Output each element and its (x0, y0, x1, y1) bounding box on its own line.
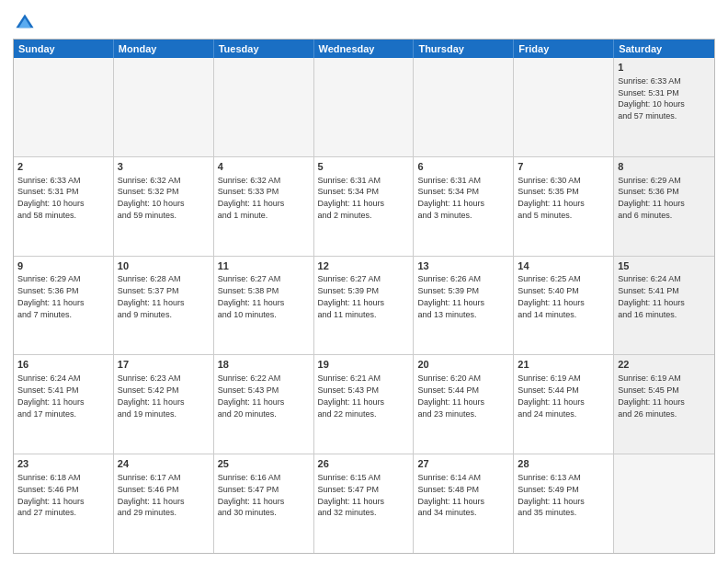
cell-info: Sunrise: 6:13 AM Sunset: 5:49 PM Dayligh… (518, 473, 585, 517)
cell-info: Sunrise: 6:33 AM Sunset: 5:31 PM Dayligh… (618, 76, 685, 121)
calendar-cell-25: 25Sunrise: 6:16 AM Sunset: 5:47 PM Dayli… (214, 454, 314, 553)
cell-info: Sunrise: 6:33 AM Sunset: 5:31 PM Dayligh… (17, 176, 85, 220)
calendar-cell-15: 15Sunrise: 6:24 AM Sunset: 5:41 PM Dayli… (614, 257, 714, 355)
cell-info: Sunrise: 6:19 AM Sunset: 5:44 PM Dayligh… (518, 373, 585, 418)
day-number: 8 (618, 160, 711, 174)
header-day-wednesday: Wednesday (314, 40, 415, 58)
calendar-row-2: 9Sunrise: 6:29 AM Sunset: 5:36 PM Daylig… (14, 257, 714, 356)
day-number: 18 (218, 358, 310, 372)
calendar-body: 1Sunrise: 6:33 AM Sunset: 5:31 PM Daylig… (14, 58, 714, 553)
calendar-cell-14: 14Sunrise: 6:25 AM Sunset: 5:40 PM Dayli… (514, 257, 614, 355)
calendar-cell-16: 16Sunrise: 6:24 AM Sunset: 5:41 PM Dayli… (14, 355, 114, 454)
day-number: 3 (118, 160, 210, 174)
cell-info: Sunrise: 6:28 AM Sunset: 5:37 PM Dayligh… (118, 274, 185, 318)
cell-info: Sunrise: 6:27 AM Sunset: 5:38 PM Dayligh… (218, 274, 285, 318)
day-number: 19 (318, 358, 410, 372)
cell-info: Sunrise: 6:27 AM Sunset: 5:39 PM Dayligh… (318, 274, 385, 318)
calendar-cell-17: 17Sunrise: 6:23 AM Sunset: 5:42 PM Dayli… (114, 355, 214, 454)
day-number: 22 (618, 358, 711, 372)
calendar-cell-2: 2Sunrise: 6:33 AM Sunset: 5:31 PM Daylig… (14, 157, 114, 256)
day-number: 12 (318, 259, 410, 273)
cell-info: Sunrise: 6:20 AM Sunset: 5:44 PM Dayligh… (417, 373, 484, 418)
header (13, 9, 715, 33)
day-number: 15 (618, 259, 711, 273)
day-number: 4 (218, 160, 310, 174)
calendar-cell-11: 11Sunrise: 6:27 AM Sunset: 5:38 PM Dayli… (214, 257, 314, 355)
calendar-cell-9: 9Sunrise: 6:29 AM Sunset: 5:36 PM Daylig… (14, 257, 114, 355)
day-number: 17 (118, 358, 210, 372)
day-number: 13 (417, 259, 509, 273)
header-day-tuesday: Tuesday (214, 40, 314, 58)
cell-info: Sunrise: 6:24 AM Sunset: 5:41 PM Dayligh… (618, 274, 685, 318)
calendar-row-4: 23Sunrise: 6:18 AM Sunset: 5:46 PM Dayli… (14, 454, 714, 553)
day-number: 25 (218, 457, 310, 471)
calendar-cell-4: 4Sunrise: 6:32 AM Sunset: 5:33 PM Daylig… (214, 157, 314, 256)
logo-icon (15, 13, 35, 33)
calendar-cell-1: 1Sunrise: 6:33 AM Sunset: 5:31 PM Daylig… (614, 58, 714, 156)
calendar-cell-3: 3Sunrise: 6:32 AM Sunset: 5:32 PM Daylig… (114, 157, 214, 256)
day-number: 2 (17, 160, 109, 174)
cell-info: Sunrise: 6:15 AM Sunset: 5:47 PM Dayligh… (318, 473, 385, 517)
calendar-cell-8: 8Sunrise: 6:29 AM Sunset: 5:36 PM Daylig… (614, 157, 714, 256)
calendar-cell-27: 27Sunrise: 6:14 AM Sunset: 5:48 PM Dayli… (414, 454, 514, 553)
cell-info: Sunrise: 6:30 AM Sunset: 5:35 PM Dayligh… (518, 176, 585, 220)
day-number: 20 (417, 358, 509, 372)
day-number: 16 (17, 358, 109, 372)
day-number: 11 (218, 259, 310, 273)
calendar-cell-6: 6Sunrise: 6:31 AM Sunset: 5:34 PM Daylig… (414, 157, 514, 256)
calendar-cell-empty-0-5 (514, 58, 614, 156)
day-number: 23 (17, 457, 109, 471)
calendar-cell-28: 28Sunrise: 6:13 AM Sunset: 5:49 PM Dayli… (514, 454, 614, 553)
calendar-row-1: 2Sunrise: 6:33 AM Sunset: 5:31 PM Daylig… (14, 157, 714, 257)
calendar-cell-10: 10Sunrise: 6:28 AM Sunset: 5:37 PM Dayli… (114, 257, 214, 355)
calendar-cell-26: 26Sunrise: 6:15 AM Sunset: 5:47 PM Dayli… (314, 454, 415, 553)
day-number: 6 (417, 160, 509, 174)
calendar-cell-24: 24Sunrise: 6:17 AM Sunset: 5:46 PM Dayli… (114, 454, 214, 553)
header-day-monday: Monday (114, 40, 214, 58)
day-number: 24 (118, 457, 210, 471)
cell-info: Sunrise: 6:31 AM Sunset: 5:34 PM Dayligh… (318, 176, 385, 220)
calendar-cell-empty-0-1 (114, 58, 214, 156)
day-number: 7 (518, 160, 609, 174)
cell-info: Sunrise: 6:25 AM Sunset: 5:40 PM Dayligh… (518, 274, 585, 318)
logo (13, 13, 35, 33)
calendar-cell-7: 7Sunrise: 6:30 AM Sunset: 5:35 PM Daylig… (514, 157, 614, 256)
header-day-saturday: Saturday (614, 40, 714, 58)
cell-info: Sunrise: 6:32 AM Sunset: 5:32 PM Dayligh… (118, 176, 185, 220)
calendar-row-3: 16Sunrise: 6:24 AM Sunset: 5:41 PM Dayli… (14, 355, 714, 454)
calendar-cell-23: 23Sunrise: 6:18 AM Sunset: 5:46 PM Dayli… (14, 454, 114, 553)
calendar-cell-19: 19Sunrise: 6:21 AM Sunset: 5:43 PM Dayli… (314, 355, 415, 454)
cell-info: Sunrise: 6:31 AM Sunset: 5:34 PM Dayligh… (417, 176, 484, 220)
calendar-cell-21: 21Sunrise: 6:19 AM Sunset: 5:44 PM Dayli… (514, 355, 614, 454)
cell-info: Sunrise: 6:16 AM Sunset: 5:47 PM Dayligh… (218, 473, 285, 517)
day-number: 14 (518, 259, 609, 273)
day-number: 21 (518, 358, 609, 372)
day-number: 5 (318, 160, 410, 174)
day-number: 10 (118, 259, 210, 273)
day-number: 28 (518, 457, 609, 471)
calendar-cell-empty-0-4 (414, 58, 514, 156)
calendar-cell-empty-0-2 (214, 58, 314, 156)
cell-info: Sunrise: 6:21 AM Sunset: 5:43 PM Dayligh… (318, 373, 385, 418)
cell-info: Sunrise: 6:26 AM Sunset: 5:39 PM Dayligh… (417, 274, 484, 318)
cell-info: Sunrise: 6:22 AM Sunset: 5:43 PM Dayligh… (218, 373, 285, 418)
calendar-cell-5: 5Sunrise: 6:31 AM Sunset: 5:34 PM Daylig… (314, 157, 415, 256)
cell-info: Sunrise: 6:29 AM Sunset: 5:36 PM Dayligh… (618, 176, 685, 220)
calendar-cell-20: 20Sunrise: 6:20 AM Sunset: 5:44 PM Dayli… (414, 355, 514, 454)
calendar-cell-empty-4-6 (614, 454, 714, 553)
day-number: 1 (618, 61, 711, 75)
calendar-cell-18: 18Sunrise: 6:22 AM Sunset: 5:43 PM Dayli… (214, 355, 314, 454)
calendar-cell-empty-0-0 (14, 58, 114, 156)
calendar-header: SundayMondayTuesdayWednesdayThursdayFrid… (14, 40, 714, 58)
calendar: SundayMondayTuesdayWednesdayThursdayFrid… (13, 39, 715, 554)
calendar-row-0: 1Sunrise: 6:33 AM Sunset: 5:31 PM Daylig… (14, 58, 714, 157)
cell-info: Sunrise: 6:18 AM Sunset: 5:46 PM Dayligh… (17, 473, 85, 517)
calendar-cell-22: 22Sunrise: 6:19 AM Sunset: 5:45 PM Dayli… (614, 355, 714, 454)
header-day-thursday: Thursday (414, 40, 514, 58)
day-number: 27 (417, 457, 509, 471)
calendar-cell-empty-0-3 (314, 58, 415, 156)
calendar-cell-13: 13Sunrise: 6:26 AM Sunset: 5:39 PM Dayli… (414, 257, 514, 355)
calendar-cell-12: 12Sunrise: 6:27 AM Sunset: 5:39 PM Dayli… (314, 257, 415, 355)
cell-info: Sunrise: 6:32 AM Sunset: 5:33 PM Dayligh… (218, 176, 285, 220)
cell-info: Sunrise: 6:14 AM Sunset: 5:48 PM Dayligh… (417, 473, 484, 517)
